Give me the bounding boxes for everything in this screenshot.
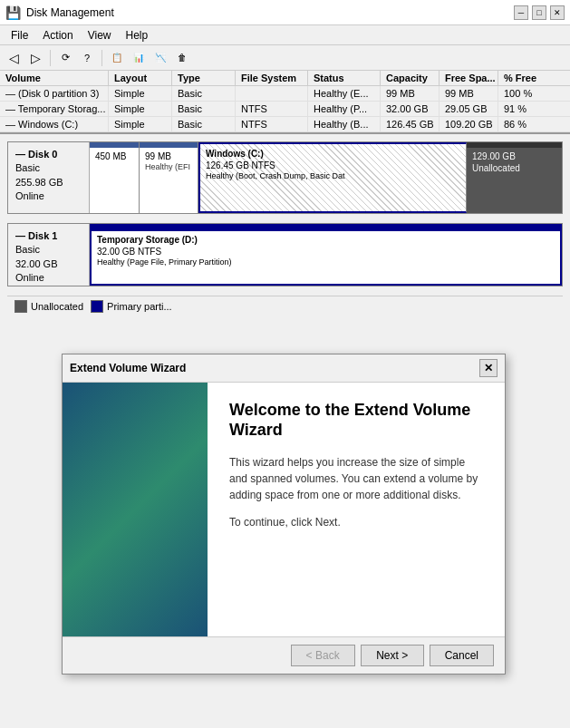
properties-button[interactable]: 📋 (107, 48, 127, 68)
cell-type-1: Basic (172, 102, 236, 116)
disk0-part4-detail: Unallocated (472, 162, 556, 174)
toolbar-separator-1 (50, 50, 51, 66)
maximize-button[interactable]: □ (532, 5, 546, 20)
disk1-status: Online (15, 271, 82, 285)
app-icon: 💾 (5, 5, 21, 20)
cell-status-2: Healthy (B... (308, 117, 381, 131)
disk1-part1-label: Temporary Storage (D:) (97, 234, 555, 246)
menu-help[interactable]: Help (119, 27, 156, 44)
cell-cap-1: 32.00 GB (381, 102, 440, 116)
legend-primary: Primary parti... (91, 300, 172, 313)
table-row[interactable]: — Windows (C:) Simple Basic NTFS Healthy… (0, 117, 570, 132)
col-header-pct[interactable]: % Free (498, 71, 570, 85)
menu-bar: File Action View Help (0, 25, 570, 45)
cell-free-0: 99 MB (440, 86, 498, 101)
disk0-part3-label: Windows (C:) (206, 148, 460, 160)
menu-action[interactable]: Action (35, 27, 80, 44)
disk1-size: 32.00 GB (15, 257, 82, 271)
col-header-free[interactable]: Free Spa... (440, 71, 498, 85)
disk0-partitions: 450 MB 99 MB Healthy (EFI Windows (C:) 1… (90, 142, 562, 213)
disk1-part1-detail: Healthy (Page File, Primary Partition) (97, 257, 555, 268)
title-bar-left: 💾 Disk Management (5, 5, 114, 20)
cell-status-1: Healthy (P... (308, 102, 381, 116)
forward-button[interactable]: ▷ (25, 48, 45, 68)
cell-pct-0: 100 % (498, 86, 570, 101)
col-header-volume[interactable]: Volume (0, 71, 109, 85)
cell-volume-0: — (Disk 0 partition 3) (0, 86, 109, 101)
cell-type-0: Basic (172, 86, 236, 101)
next-button[interactable]: Next > (361, 645, 424, 666)
wizard-dialog: Extend Volume Wizard ✕ Welcome to the Ex… (62, 354, 506, 675)
cell-cap-2: 126.45 GB (381, 117, 440, 131)
disk0-name: — Disk 0 (15, 148, 82, 161)
toolbar: ◁ ▷ ⟳ ? 📋 📊 📉 🗑 (0, 45, 570, 71)
cell-type-2: Basic (172, 117, 236, 131)
disk1-part1[interactable]: Temporary Storage (D:) 32.00 GB NTFS Hea… (90, 224, 562, 286)
disk0-part3-detail: Healthy (Boot, Crash Dump, Basic Dat (206, 171, 460, 182)
wizard-content: Welcome to the Extend Volume Wizard This… (208, 383, 505, 636)
cell-status-0: Healthy (E... (308, 86, 381, 101)
shrink-button[interactable]: 📉 (150, 48, 170, 68)
table-row[interactable]: — Temporary Storag... Simple Basic NTFS … (0, 102, 570, 117)
disk1-name: — Disk 1 (15, 229, 82, 243)
cell-volume-1: — Temporary Storag... (0, 102, 109, 116)
col-header-status[interactable]: Status (308, 71, 381, 85)
legend-primary-box (91, 300, 103, 313)
wizard-heading: Welcome to the Extend Volume Wizard (229, 401, 483, 440)
cell-pct-1: 91 % (498, 102, 570, 116)
disk0-part2-size: 99 MB (145, 150, 192, 162)
col-header-capacity[interactable]: Capacity (381, 71, 440, 85)
disk0-part4[interactable]: 129.00 GB Unallocated (467, 142, 562, 213)
disk0-part3[interactable]: Windows (C:) 126.45 GB NTFS Healthy (Boo… (198, 142, 467, 213)
disk0-part3-size: 126.45 GB NTFS (206, 160, 460, 171)
disk0-part2[interactable]: 99 MB Healthy (EFI (140, 142, 198, 213)
disk0-part1[interactable]: 450 MB (90, 142, 140, 213)
cell-fs-1: NTFS (236, 102, 308, 116)
disk1-type: Basic (15, 243, 82, 257)
title-bar: 💾 Disk Management ─ □ ✕ (0, 0, 570, 25)
close-button[interactable]: ✕ (550, 5, 565, 20)
cell-free-1: 29.05 GB (440, 102, 498, 116)
menu-file[interactable]: File (4, 27, 35, 44)
col-header-layout[interactable]: Layout (109, 71, 172, 85)
back-button[interactable]: ◁ (4, 48, 24, 68)
wizard-title-text: Extend Volume Wizard (70, 362, 186, 374)
wizard-titlebar: Extend Volume Wizard ✕ (63, 354, 505, 383)
table-header: Volume Layout Type File System Status Ca… (0, 71, 570, 86)
menu-view[interactable]: View (81, 27, 119, 44)
disk1-block: — Disk 1 Basic 32.00 GB Online Temporary… (7, 223, 563, 286)
window-title: Disk Management (26, 6, 114, 19)
legend-unallocated: Unallocated (14, 300, 83, 313)
volume-table: Volume Layout Type File System Status Ca… (0, 71, 570, 134)
wizard-close-button[interactable]: ✕ (479, 359, 498, 377)
disk0-part1-size: 450 MB (95, 150, 133, 162)
wizard-body2: To continue, click Next. (229, 514, 483, 530)
cancel-button[interactable]: Cancel (430, 645, 494, 666)
cell-cap-0: 99 MB (381, 86, 440, 101)
disk0-label: — Disk 0 Basic 255.98 GB Online (8, 142, 90, 213)
minimize-button[interactable]: ─ (514, 5, 528, 20)
table-row[interactable]: — (Disk 0 partition 3) Simple Basic Heal… (0, 86, 570, 102)
col-header-fs[interactable]: File System (236, 71, 308, 85)
toolbar-separator-2 (101, 50, 102, 66)
cell-layout-1: Simple (109, 102, 172, 116)
disk0-part4-size: 129.00 GB (472, 150, 556, 162)
disk1-part1-size: 32.00 GB NTFS (97, 246, 555, 257)
help-button[interactable]: ? (77, 48, 97, 68)
legend: Unallocated Primary parti... (7, 296, 563, 316)
extend-button[interactable]: 📊 (129, 48, 149, 68)
col-header-type[interactable]: Type (172, 71, 236, 85)
cell-layout-0: Simple (109, 86, 172, 101)
disk0-part2-detail: Healthy (EFI (145, 162, 192, 173)
delete-button[interactable]: 🗑 (172, 48, 192, 68)
cell-layout-2: Simple (109, 117, 172, 131)
title-bar-controls: ─ □ ✕ (514, 5, 565, 20)
refresh-button[interactable]: ⟳ (55, 48, 75, 68)
disk1-partitions: Temporary Storage (D:) 32.00 GB NTFS Hea… (90, 224, 562, 286)
disk1-label: — Disk 1 Basic 32.00 GB Online (8, 224, 90, 286)
cell-fs-2: NTFS (236, 117, 308, 131)
wizard-footer: < Back Next > Cancel (63, 636, 505, 674)
legend-unallocated-box (14, 300, 27, 313)
back-button[interactable]: < Back (291, 645, 355, 666)
cell-free-2: 109.20 GB (440, 117, 498, 131)
